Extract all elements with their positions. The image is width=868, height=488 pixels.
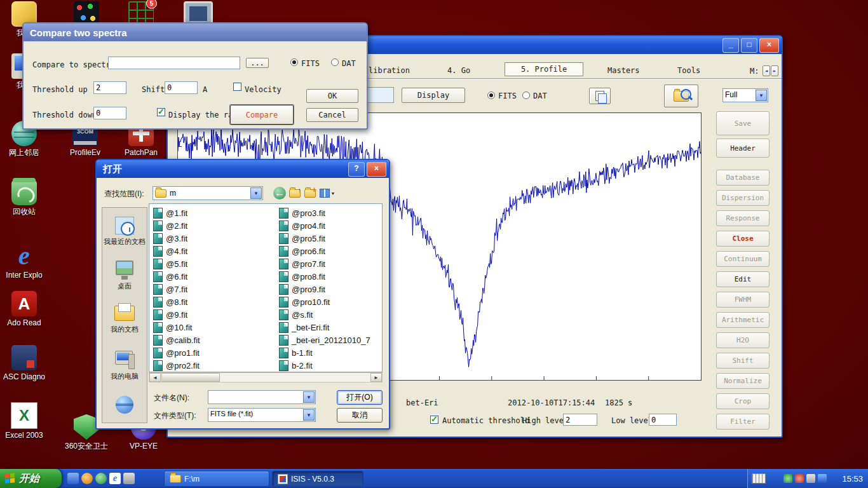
compare-button[interactable]: Compare: [230, 105, 294, 125]
quicklaunch-messenger-icon[interactable]: [95, 473, 107, 484]
velocity-checkbox[interactable]: [233, 83, 241, 91]
taskbar-item-folder[interactable]: F:\m: [164, 471, 269, 487]
sidebar-button-response[interactable]: Response: [716, 210, 770, 226]
ok-button[interactable]: OK: [306, 89, 358, 103]
sidebar-button-filter[interactable]: Filter: [716, 414, 770, 430]
file-item[interactable]: @1.fit: [152, 207, 275, 219]
compare-dat-radio[interactable]: [331, 58, 339, 66]
place-my-computer[interactable]: 我的电脑: [102, 349, 147, 381]
close-button[interactable]: ×: [759, 38, 779, 53]
network-icon[interactable]: [818, 474, 827, 483]
open-close-button[interactable]: ×: [367, 162, 386, 177]
sidebar-button-h2o[interactable]: H2O: [716, 332, 770, 348]
fits-radio[interactable]: [487, 92, 495, 99]
file-item[interactable]: @pro1.fit: [152, 346, 275, 359]
file-item[interactable]: _bet-Eri.fit: [278, 321, 383, 334]
taskbar-item-isis[interactable]: ISIS - V5.0.3: [272, 471, 363, 487]
tab-go[interactable]: 4. Go: [447, 66, 470, 75]
file-item[interactable]: @8.fit: [152, 295, 275, 308]
m-spin-left-icon[interactable]: ◄: [763, 65, 770, 76]
sidebar-button-database[interactable]: Database: [716, 170, 770, 186]
file-item[interactable]: @pro2.fit: [152, 359, 275, 372]
file-item[interactable]: @pro6.fit: [278, 245, 383, 257]
tray-alert-icon[interactable]: [795, 474, 804, 483]
minimize-button[interactable]: _: [722, 38, 739, 53]
place-my-documents[interactable]: 我的文档: [102, 302, 147, 334]
quicklaunch-launcher-icon[interactable]: [123, 473, 135, 484]
dialog-cancel-button[interactable]: 取消: [337, 408, 383, 423]
chevron-down-icon[interactable]: ▼: [250, 187, 262, 199]
file-item[interactable]: @5.fit: [152, 257, 275, 270]
scroll-left-icon[interactable]: ◄: [149, 373, 161, 382]
quicklaunch-internet-explorer-icon[interactable]: e: [109, 473, 121, 484]
file-item[interactable]: @pro9.fit: [278, 283, 383, 295]
sidebar-button-shift[interactable]: Shift: [716, 353, 770, 369]
m-spin-right-icon[interactable]: ►: [771, 65, 778, 76]
tab-tools[interactable]: Tools: [677, 66, 700, 75]
folder-search-button[interactable]: [664, 85, 698, 107]
up-folder-button[interactable]: ↑: [288, 186, 302, 200]
file-item[interactable]: @3.fit: [152, 232, 275, 245]
tray-safety-icon[interactable]: [783, 474, 792, 483]
file-item[interactable]: @pro4.fit: [278, 219, 383, 232]
desktop-icon-excel[interactable]: Excel 2003: [1, 402, 47, 440]
threshold-up-input[interactable]: 2: [93, 81, 126, 94]
quicklaunch-show-desktop-icon[interactable]: [67, 473, 79, 484]
file-item[interactable]: @7.fit: [152, 283, 275, 295]
sidebar-button-close[interactable]: Close: [716, 231, 770, 247]
sidebar-button-normalize[interactable]: Normalize: [716, 373, 770, 389]
desktop-icon-recycle-bin[interactable]: 回收站: [1, 180, 47, 216]
place-network[interactable]: [102, 395, 147, 417]
help-button[interactable]: ?: [348, 162, 365, 177]
maximize-button[interactable]: □: [741, 38, 757, 53]
desktop-icon-internet-explorer[interactable]: e Inter Explo: [1, 243, 47, 280]
auto-threshold-checkbox[interactable]: [430, 416, 438, 424]
file-item[interactable]: @pro10.fit: [278, 295, 383, 308]
low-level-input[interactable]: 0: [649, 414, 677, 426]
sidebar-button-dispersion[interactable]: Dispersion: [716, 190, 770, 206]
open-titlebar[interactable]: 打开 ? ×: [97, 160, 389, 178]
horizontal-scrollbar[interactable]: ◄ ►: [149, 372, 383, 383]
start-button[interactable]: 开始: [0, 469, 62, 488]
sidebar-button-edit[interactable]: Edit: [716, 271, 770, 287]
sidebar-button-arithmetic[interactable]: Arithmetic: [716, 312, 770, 328]
sidebar-button-save[interactable]: Save: [716, 111, 770, 135]
sidebar-button-fwhm[interactable]: FWHM: [716, 292, 770, 308]
keyboard-input-icon[interactable]: [752, 473, 766, 484]
filetype-select[interactable]: FITS file (*.fit) ▼: [208, 408, 316, 422]
copy-button[interactable]: [589, 88, 611, 104]
compare-to-input[interactable]: [108, 57, 240, 69]
look-in-select[interactable]: m ▼: [153, 186, 263, 200]
file-item[interactable]: @calib.fit: [152, 334, 275, 346]
file-item[interactable]: @pro3.fit: [278, 207, 383, 219]
place-recent-documents[interactable]: 我最近的文档: [102, 214, 147, 247]
file-item[interactable]: b-1.fit: [278, 346, 383, 359]
file-item[interactable]: @6.fit: [152, 270, 275, 283]
sidebar-button-continuum[interactable]: Continuum: [716, 251, 770, 267]
quicklaunch-media-icon[interactable]: [81, 473, 93, 484]
tab-calibration[interactable]: libration: [369, 66, 410, 75]
desktop-icon-adobe-reader[interactable]: A Ado Read: [1, 291, 47, 327]
view-menu-button[interactable]: ▼: [318, 186, 336, 200]
compare-fits-radio[interactable]: [290, 58, 298, 66]
file-item[interactable]: b-2.fit: [278, 359, 383, 372]
volume-icon[interactable]: [806, 474, 815, 483]
chevron-down-icon[interactable]: ▼: [303, 409, 315, 421]
file-item[interactable]: @s.fit: [278, 308, 383, 321]
scroll-thumb[interactable]: [161, 373, 220, 382]
sidebar-button-header[interactable]: Header: [716, 139, 770, 158]
file-item[interactable]: @4.fit: [152, 245, 275, 257]
new-folder-button[interactable]: +: [303, 186, 317, 200]
chevron-down-icon[interactable]: ▼: [303, 391, 315, 403]
scroll-right-icon[interactable]: ►: [370, 373, 382, 382]
browse-button[interactable]: ...: [246, 58, 269, 68]
tab-masters[interactable]: Masters: [607, 66, 640, 75]
filename-input[interactable]: ▼: [208, 390, 316, 404]
place-desktop[interactable]: 桌面: [102, 259, 147, 291]
file-item[interactable]: @pro8.fit: [278, 270, 383, 283]
dat-radio[interactable]: [522, 92, 530, 99]
high-level-input[interactable]: 2: [563, 414, 597, 426]
back-button[interactable]: ←: [273, 186, 287, 200]
file-item[interactable]: @pro5.fit: [278, 232, 383, 245]
tab-profile[interactable]: 5. Profile: [505, 62, 583, 76]
